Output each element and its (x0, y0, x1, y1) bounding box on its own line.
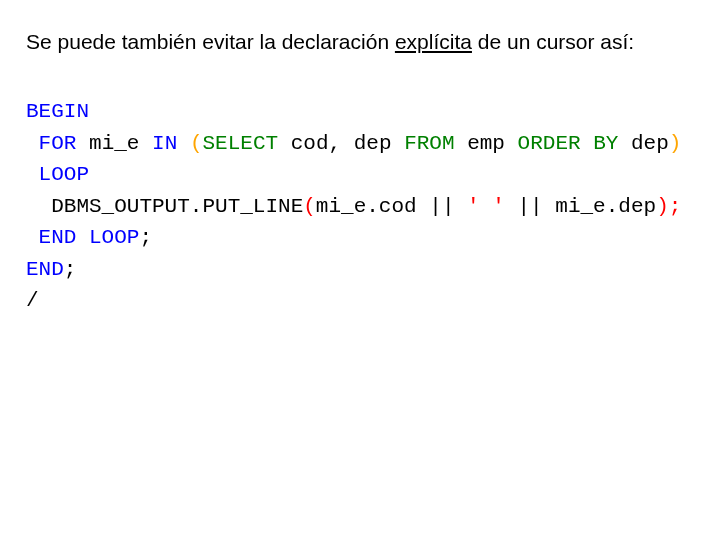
kw-begin: BEGIN (26, 100, 89, 123)
txt-endloop-semi: ; (139, 226, 152, 249)
intro-part1: Se puede también evitar la declaración (26, 30, 395, 53)
txt-expr2: || mi_e.dep (505, 195, 656, 218)
txt-cols: cod, dep (278, 132, 404, 155)
paren-close-2-semi: ); (656, 195, 681, 218)
paren-close-1: ) (669, 132, 682, 155)
kw-endloop: END LOOP (39, 226, 140, 249)
paren-open-2: ( (303, 195, 316, 218)
txt-end-semi: ; (64, 258, 77, 281)
intro-part2: de un cursor así: (472, 30, 634, 53)
txt-dep: dep (618, 132, 668, 155)
slide: Se puede también evitar la declaración e… (0, 0, 720, 540)
txt-slash: / (26, 289, 39, 312)
paren-open-1: ( (190, 132, 203, 155)
kw-for: FOR (26, 132, 76, 155)
intro-text: Se puede también evitar la declaración e… (26, 28, 694, 56)
txt-dbms: DBMS_OUTPUT.PUT_LINE (26, 195, 303, 218)
kw-in: IN (152, 132, 177, 155)
intro-underlined: explícita (395, 30, 472, 53)
txt-endloop-pre (26, 226, 39, 249)
txt-sp1 (177, 132, 190, 155)
string-lit: ' ' (467, 195, 505, 218)
kw-loop: LOOP (26, 163, 89, 186)
code-block: BEGIN FOR mi_e IN (SELECT cod, dep FROM … (26, 96, 694, 317)
kw-end: END (26, 258, 64, 281)
sql-from: FROM (404, 132, 454, 155)
txt-expr1: mi_e.cod || (316, 195, 467, 218)
txt-mi-e: mi_e (76, 132, 152, 155)
sql-select: SELECT (202, 132, 278, 155)
sql-orderby: ORDER BY (518, 132, 619, 155)
txt-emp: emp (455, 132, 518, 155)
